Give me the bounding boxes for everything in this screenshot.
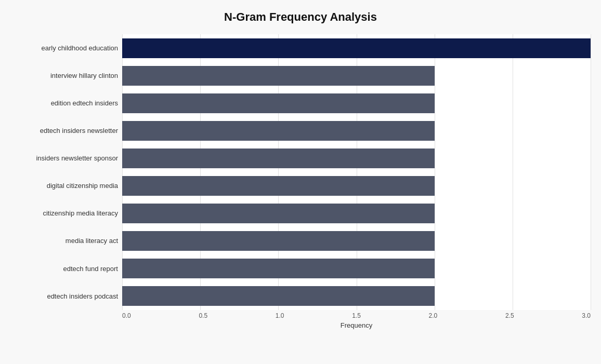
y-label: edtech insiders podcast xyxy=(10,292,122,301)
bar xyxy=(122,149,435,168)
x-axis-label: Frequency xyxy=(122,321,591,329)
bar-row xyxy=(122,255,591,281)
bar xyxy=(122,286,435,306)
bar xyxy=(122,38,591,58)
bar-row xyxy=(122,63,591,89)
x-tick: 2.5 xyxy=(505,312,514,319)
chart-area: early childhood educationinterview hilla… xyxy=(10,34,591,331)
bar-row xyxy=(122,90,591,116)
y-label: edtech insiders newsletter xyxy=(10,127,122,135)
bar xyxy=(122,176,435,196)
y-label: media literacy act xyxy=(10,237,122,245)
x-tick: 1.0 xyxy=(276,312,284,319)
x-tick: 0.5 xyxy=(199,312,207,319)
y-label: early childhood education xyxy=(10,44,122,52)
bar-row xyxy=(122,35,591,61)
y-label: edition edtech insiders xyxy=(10,99,122,107)
bars-area xyxy=(122,34,591,310)
y-label: interview hillary clinton xyxy=(10,72,122,80)
x-ticks: 0.00.51.01.52.02.53.0 xyxy=(122,310,591,319)
bar xyxy=(122,93,435,113)
y-label: citizenship media literacy xyxy=(10,209,122,218)
grid-line xyxy=(591,34,591,310)
x-tick: 1.5 xyxy=(352,312,361,319)
bar xyxy=(122,259,435,278)
bar-row xyxy=(122,200,591,226)
bar xyxy=(122,66,435,86)
bar-row xyxy=(122,283,591,309)
bar-row xyxy=(122,228,591,254)
chart-title: N-Gram Frequency Analysis xyxy=(10,10,591,24)
x-tick: 2.0 xyxy=(429,312,438,319)
y-label: digital citizenship media xyxy=(10,182,122,190)
bar xyxy=(122,121,435,141)
x-axis-area: 0.00.51.01.52.02.53.0 Frequency xyxy=(122,310,591,331)
chart-container: N-Gram Frequency Analysis early childhoo… xyxy=(0,0,601,364)
bar xyxy=(122,204,435,223)
plot-area: 0.00.51.01.52.02.53.0 Frequency xyxy=(122,34,591,331)
bar-row xyxy=(122,118,591,144)
x-tick: 3.0 xyxy=(582,312,591,319)
bar-row xyxy=(122,173,591,199)
bar-row xyxy=(122,145,591,171)
x-tick: 0.0 xyxy=(122,312,131,319)
bar xyxy=(122,231,435,251)
y-label: insiders newsletter sponsor xyxy=(10,154,122,163)
y-label: edtech fund report xyxy=(10,265,122,273)
y-labels: early childhood educationinterview hilla… xyxy=(10,34,122,331)
